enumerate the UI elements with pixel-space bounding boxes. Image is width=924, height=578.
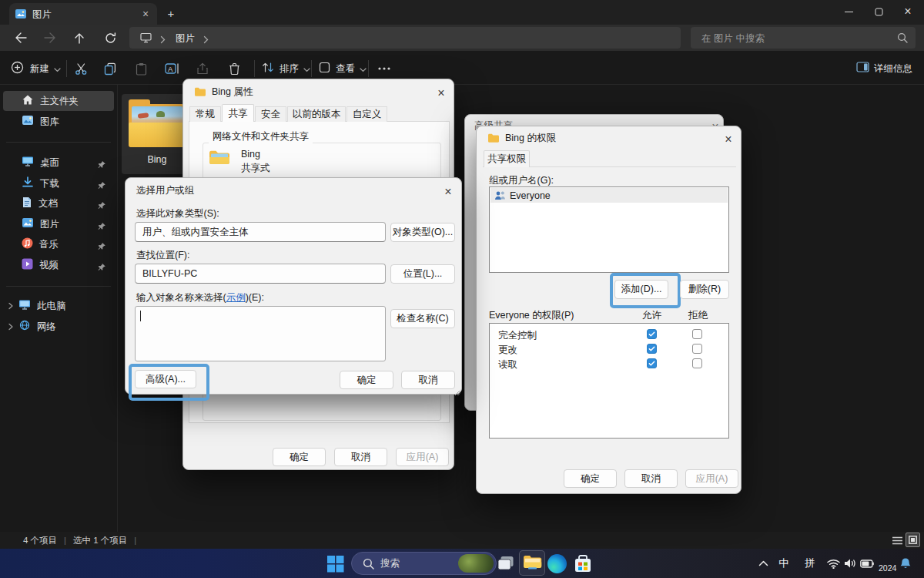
file-explorer-icon: [523, 553, 542, 573]
view-label: 查看: [336, 62, 355, 76]
desktop-icon: [22, 156, 34, 170]
clock-date[interactable]: 2024: [879, 563, 896, 573]
share-icon[interactable]: [192, 59, 213, 79]
check-names-button[interactable]: 检查名称(C): [390, 309, 455, 328]
sidebar-item-documents[interactable]: 文档: [3, 193, 114, 213]
allow-read-checkbox[interactable]: [647, 358, 657, 368]
cancel-button[interactable]: 取消: [401, 371, 455, 389]
add-button[interactable]: 添加(D)...: [614, 280, 668, 299]
examples-link[interactable]: 示例: [226, 292, 246, 303]
crumb-pictures[interactable]: 图片: [176, 32, 195, 45]
advanced-button[interactable]: 高级(A)...: [135, 370, 196, 388]
ime-mode-indicator[interactable]: 拼: [800, 553, 820, 573]
ime-language-indicator[interactable]: 中: [774, 553, 794, 573]
apply-button[interactable]: 应用(A): [396, 448, 449, 466]
location-value: BILLYFU-PC: [142, 268, 197, 279]
close-icon[interactable]: ×: [431, 85, 451, 102]
group-title: 网络文件和文件夹共享: [209, 130, 313, 143]
list-view-icon[interactable]: [890, 533, 904, 547]
taskbar-search[interactable]: 搜索: [351, 552, 497, 575]
tab-general[interactable]: 常规: [189, 106, 221, 122]
tab-share-permissions[interactable]: 共享权限: [484, 150, 530, 167]
thumbnail-view-icon[interactable]: [906, 533, 920, 547]
allow-change-checkbox[interactable]: [647, 344, 657, 354]
rename-icon[interactable]: A: [162, 59, 182, 79]
dialog-title: Bing 的权限: [505, 132, 556, 145]
new-button[interactable]: 新建: [11, 59, 61, 79]
text-cursor: [140, 311, 141, 321]
tab-close-icon[interactable]: ×: [139, 7, 152, 21]
copy-icon[interactable]: [100, 59, 120, 79]
crumb-chevron-icon: [160, 33, 166, 47]
resize-grip[interactable]: [454, 388, 460, 398]
tray-expand-icon[interactable]: [753, 553, 773, 573]
paste-icon[interactable]: [131, 59, 151, 79]
sidebar-item-music[interactable]: 音乐: [3, 234, 114, 254]
cut-icon[interactable]: [71, 59, 91, 79]
sidebar-item-downloads[interactable]: 下载: [3, 173, 114, 193]
task-view-icon[interactable]: [493, 550, 519, 576]
pin-icon: [98, 199, 106, 213]
breadcrumb[interactable]: 图片: [129, 27, 681, 49]
sidebar-item-videos[interactable]: 视频: [3, 255, 114, 275]
sidebar-item-network[interactable]: 网络: [3, 317, 114, 337]
ok-button[interactable]: 确定: [340, 371, 393, 389]
folder-small-icon: [487, 133, 500, 146]
deny-read-checkbox[interactable]: [692, 358, 702, 368]
back-icon[interactable]: [8, 27, 34, 49]
sidebar-item-gallery[interactable]: 图库: [3, 112, 114, 132]
deny-change-checkbox[interactable]: [692, 344, 702, 354]
pin-icon: [98, 240, 106, 254]
wifi-icon[interactable]: [824, 553, 842, 573]
battery-icon[interactable]: [858, 553, 876, 573]
allow-full-control-checkbox[interactable]: [647, 329, 657, 339]
cancel-button[interactable]: 取消: [624, 469, 678, 488]
select-users-dialog: 选择用户或组 × 选择此对象类型(S): 用户、组或内置安全主体 对象类型(O)…: [125, 177, 462, 395]
close-icon[interactable]: ×: [718, 131, 738, 148]
window-close-button[interactable]: ×: [892, 0, 924, 23]
close-icon[interactable]: ×: [438, 183, 458, 200]
new-tab-button[interactable]: +: [163, 5, 179, 21]
sidebar-item-pictures[interactable]: 图片: [3, 214, 114, 234]
taskbar-explorer-active[interactable]: [519, 550, 545, 576]
forward-icon[interactable]: [37, 27, 63, 49]
cancel-button[interactable]: 取消: [334, 448, 387, 466]
delete-icon[interactable]: [224, 59, 244, 79]
tab-previous-versions[interactable]: 以前的版本: [287, 106, 346, 122]
object-type-field[interactable]: 用户、组或内置安全主体: [135, 222, 386, 242]
notification-bell-icon[interactable]: [896, 553, 916, 573]
ok-button[interactable]: 确定: [564, 469, 617, 488]
view-icon: [319, 62, 330, 76]
edge-icon[interactable]: [544, 550, 570, 576]
locations-button[interactable]: 位置(L)...: [390, 264, 455, 284]
tab-customize[interactable]: 自定义: [346, 106, 387, 122]
bing-folder-icon: [129, 99, 186, 147]
start-button[interactable]: [322, 550, 348, 576]
search-box[interactable]: 在 图片 中搜索: [691, 27, 916, 49]
up-icon[interactable]: [66, 27, 92, 49]
sidebar-item-home[interactable]: 主文件夹: [3, 91, 114, 111]
tab-security[interactable]: 安全: [255, 106, 286, 122]
volume-icon[interactable]: [841, 553, 859, 573]
refresh-icon[interactable]: [97, 27, 123, 49]
remove-button[interactable]: 删除(R): [680, 280, 729, 299]
view-button[interactable]: 查看: [319, 59, 367, 79]
store-icon[interactable]: [570, 550, 596, 576]
user-row-everyone[interactable]: Everyone: [490, 188, 728, 203]
sidebar-item-this-pc[interactable]: 此电脑: [3, 296, 114, 316]
location-field[interactable]: BILLYFU-PC: [135, 264, 386, 284]
object-names-textarea[interactable]: [135, 306, 386, 361]
users-listbox[interactable]: Everyone: [489, 187, 729, 273]
sidebar-item-desktop[interactable]: 桌面: [3, 153, 114, 173]
ok-button[interactable]: 确定: [273, 448, 326, 466]
apply-button[interactable]: 应用(A): [685, 469, 738, 488]
deny-full-control-checkbox[interactable]: [692, 329, 702, 339]
object-types-button[interactable]: 对象类型(O)...: [390, 223, 455, 242]
more-icon[interactable]: [374, 59, 394, 79]
explorer-tab[interactable]: 图片 ×: [9, 3, 157, 25]
tab-sharing[interactable]: 共享: [222, 104, 254, 122]
details-label: 详细信息: [874, 62, 912, 76]
sort-button[interactable]: 排序: [262, 59, 310, 79]
details-button[interactable]: 详细信息: [856, 59, 912, 79]
status-sep: |: [64, 536, 66, 545]
